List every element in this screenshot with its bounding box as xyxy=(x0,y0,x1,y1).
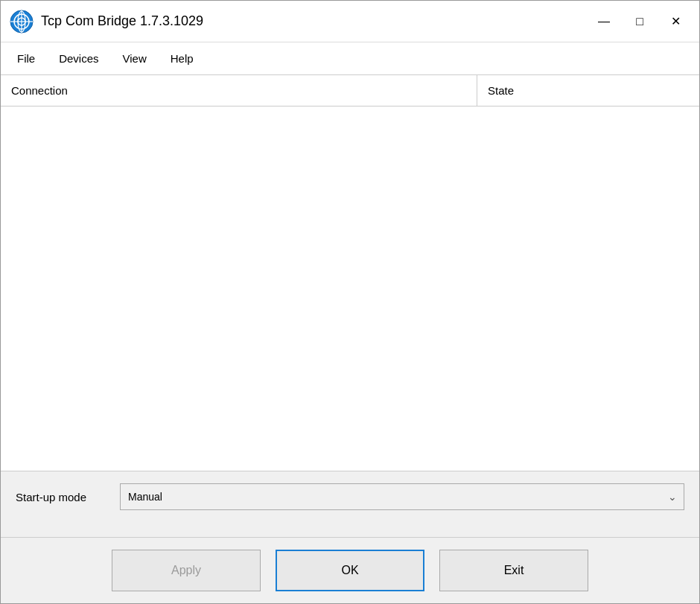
exit-button[interactable]: Exit xyxy=(439,550,588,591)
maximize-button[interactable]: □ xyxy=(625,10,655,34)
content-area: Connection State xyxy=(1,75,699,471)
main-window: Tcp Com Bridge 1.7.3.1029 — □ ✕ File Dev… xyxy=(0,0,700,604)
menu-view[interactable]: View xyxy=(112,48,157,69)
startup-mode-select[interactable]: Manual Automatic Disabled xyxy=(120,483,684,510)
minimize-button[interactable]: — xyxy=(589,10,619,34)
menu-help[interactable]: Help xyxy=(160,48,204,69)
close-button[interactable]: ✕ xyxy=(661,10,690,34)
ok-button[interactable]: OK xyxy=(276,550,424,591)
title-bar-controls: — □ ✕ xyxy=(589,10,690,34)
title-bar: Tcp Com Bridge 1.7.3.1029 — □ ✕ xyxy=(1,1,699,42)
app-icon xyxy=(10,10,34,34)
col-connection-header: Connection xyxy=(1,75,477,106)
startup-section: Start-up mode Manual Automatic Disabled … xyxy=(1,471,699,522)
startup-label: Start-up mode xyxy=(16,491,105,503)
menu-bar: File Devices View Help xyxy=(1,42,699,75)
col-state-header: State xyxy=(477,75,699,106)
startup-select-wrapper: Manual Automatic Disabled ⌄ xyxy=(120,483,684,510)
table-header: Connection State xyxy=(1,75,699,107)
window-title: Tcp Com Bridge 1.7.3.1029 xyxy=(41,13,203,29)
menu-file[interactable]: File xyxy=(7,48,45,69)
table-body xyxy=(1,107,699,471)
title-bar-left: Tcp Com Bridge 1.7.3.1029 xyxy=(10,10,203,34)
menu-devices[interactable]: Devices xyxy=(48,48,109,69)
startup-row: Start-up mode Manual Automatic Disabled … xyxy=(16,483,684,510)
apply-button[interactable]: Apply xyxy=(112,550,261,591)
button-row: Apply OK Exit xyxy=(1,537,699,603)
